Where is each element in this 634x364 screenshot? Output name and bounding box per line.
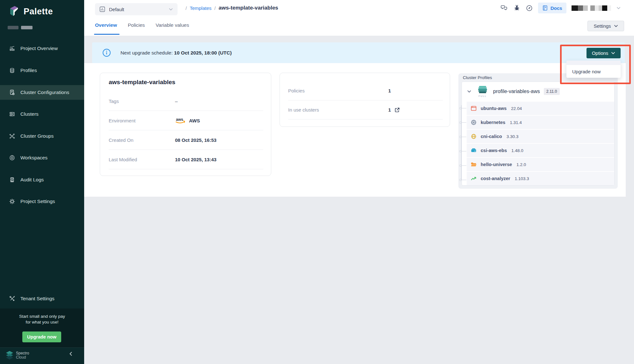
profile-name: profile-variables-aws: [493, 89, 540, 94]
profile-header-row[interactable]: FULL profile-variables-aws 2.11.0: [462, 82, 614, 101]
sidebar: Palette Project Overview: [0, 0, 84, 364]
in-use-clusters-count: 1: [388, 107, 391, 113]
environment-value: AWS: [189, 118, 200, 123]
topbar-actions: Docs: [500, 0, 621, 16]
row-value: 10 Oct 2025, 13:43: [175, 157, 216, 162]
redacted-chip: [8, 26, 18, 29]
page: Palette Project Overview: [0, 0, 634, 364]
sidebar-item-project-overview[interactable]: Project Overview: [0, 41, 84, 56]
pack-row-csi-aws-ebs[interactable]: csi-aws-ebs 1.48.0: [467, 144, 614, 157]
sidebar-item-cluster-groups[interactable]: Cluster Groups: [0, 129, 84, 143]
pack-row-cni-calico[interactable]: cni-calico 3.30.3: [467, 130, 614, 143]
project-selector-value: Default: [109, 7, 165, 12]
svg-text:aws: aws: [176, 117, 183, 122]
palette-logo-icon: [8, 5, 20, 18]
tree-connector-line: [461, 105, 462, 180]
redacted-account-name[interactable]: [572, 5, 588, 11]
brand[interactable]: Palette: [8, 5, 53, 18]
tab-overview[interactable]: Overview: [95, 22, 117, 28]
footer-brand-line2: Cloud: [16, 355, 29, 360]
external-link-icon[interactable]: [394, 107, 400, 113]
sidebar-footer: Spectro Cloud: [0, 347, 84, 364]
chevron-down-icon: [614, 25, 618, 27]
chat-icon[interactable]: [500, 4, 508, 11]
upgrade-now-button[interactable]: Upgrade now: [22, 331, 61, 342]
sidebar-item-tenant-settings[interactable]: Tenant Settings: [0, 291, 84, 306]
profiles-icon: [9, 67, 15, 74]
sidebar-collapse-chevron-icon[interactable]: [68, 351, 73, 357]
upgrade-promo: Start small and only pay for what you us…: [0, 309, 84, 347]
tree-connector-dot: [459, 179, 462, 181]
sidebar-item-label: Profiles: [20, 68, 37, 73]
sidebar-item-label: Workspaces: [20, 155, 47, 161]
tenant-settings-icon: [9, 295, 15, 302]
row-label: Policies: [288, 88, 388, 93]
chevron-down-icon[interactable]: [467, 90, 471, 93]
tree-connector: [462, 165, 466, 166]
pack-name: ubuntu-aws: [481, 106, 506, 111]
sidebar-item-project-settings[interactable]: Project Settings: [0, 194, 84, 209]
bug-icon[interactable]: [513, 4, 521, 11]
book-icon: [542, 5, 548, 11]
tree-connector: [462, 137, 466, 137]
settings-button-label: Settings: [594, 23, 611, 29]
promo-text-line2: for what you use!: [0, 319, 84, 325]
cluster-profiles-list: FULL profile-variables-aws 2.11.0: [462, 82, 615, 186]
breadcrumb-link-templates[interactable]: Templates: [190, 5, 211, 11]
sidebar-item-profiles[interactable]: Profiles: [0, 63, 84, 78]
cluster-profiles-panel: Cluster Profiles: [458, 73, 618, 189]
last-modified-row: Last Modified 10 Oct 2025, 13:43: [109, 150, 263, 169]
active-tab-underline: [94, 34, 120, 35]
audit-logs-icon: [9, 177, 15, 183]
docs-button[interactable]: Docs: [538, 3, 566, 13]
pack-name: hello-universe: [481, 162, 512, 167]
tree-connector-dot: [459, 164, 462, 167]
options-button[interactable]: Options: [587, 48, 621, 58]
storage-drive-icon: [470, 147, 477, 154]
pack-row-ubuntu-aws[interactable]: ubuntu-aws 22.04: [467, 102, 614, 115]
sidebar-item-clusters[interactable]: Clusters: [0, 107, 84, 121]
trend-up-icon: [470, 175, 477, 182]
gear-icon: [9, 198, 15, 205]
cluster-configurations-icon: [9, 89, 15, 96]
sidebar-item-label: Project Overview: [20, 46, 58, 51]
compass-icon[interactable]: [526, 4, 533, 12]
pack-name: csi-aws-ebs: [481, 148, 507, 153]
row-value: –: [175, 98, 178, 104]
policies-row: Policies 1: [288, 81, 443, 100]
pack-row-hello-universe[interactable]: hello-universe 1.2.0: [467, 158, 614, 171]
cluster-groups-icon: [9, 133, 15, 139]
settings-button[interactable]: Settings: [587, 21, 624, 31]
breadcrumb: / Templates / aws-template-variables: [186, 0, 278, 16]
project-selector[interactable]: Default: [95, 3, 178, 15]
tree-connector-dot: [459, 136, 462, 138]
account-chevron-down-icon[interactable]: [616, 6, 621, 10]
profile-stack-icon: [477, 86, 488, 94]
options-button-label: Options: [592, 50, 608, 56]
pack-version: 3.30.3: [506, 134, 519, 139]
pack-name: cni-calico: [481, 134, 502, 139]
content-area: Next upgrade schedule: 10 Oct 2025, 18:0…: [84, 36, 634, 364]
tab-policies[interactable]: Policies: [128, 22, 145, 28]
sidebar-item-audit-logs[interactable]: Audit Logs: [0, 172, 84, 187]
sidebar-item-label: Cluster Configurations: [20, 90, 69, 95]
sidebar-item-cluster-configurations[interactable]: Cluster Configurations: [0, 85, 84, 100]
pack-name: cost-analyzer: [481, 176, 510, 181]
sidebar-item-label: Tenant Settings: [20, 296, 55, 302]
tree-connector: [462, 151, 466, 151]
pack-row-kubernetes[interactable]: kubernetes 1.31.4: [467, 116, 614, 129]
tab-variable-values[interactable]: Variable values: [156, 22, 189, 28]
menu-item-upgrade-now[interactable]: Upgrade now: [566, 65, 621, 78]
sidebar-item-workspaces[interactable]: Workspaces: [0, 150, 84, 165]
template-overview-card: aws-template-variables Tags – Environmen…: [100, 73, 271, 176]
row-label: Tags: [109, 98, 175, 104]
project-overview-icon: [9, 45, 15, 52]
sidebar-item-label: Cluster Groups: [20, 133, 54, 139]
redacted-account-name2: [590, 5, 611, 11]
sidebar-item-label: Audit Logs: [20, 177, 44, 183]
folder-icon: [470, 161, 477, 168]
banner-schedule: 10 Oct 2025, 18:00 (UTC): [174, 50, 232, 55]
tree-connector: [462, 180, 466, 180]
pack-row-cost-analyzer[interactable]: cost-analyzer 1.103.3: [467, 172, 614, 185]
globe-icon: [470, 133, 477, 140]
